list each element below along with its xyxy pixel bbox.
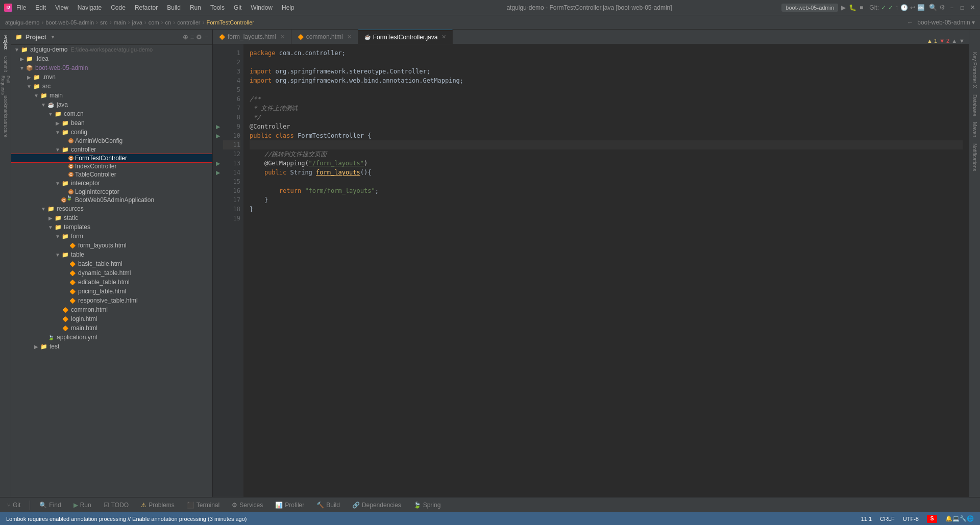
sidebar-icon-bookmarks[interactable]: Bookmarks bbox=[1, 96, 11, 117]
tree-item-editable-table[interactable]: 🔶 editable_table.html bbox=[11, 278, 212, 287]
rp-key-promoter[interactable]: Key Promoter X bbox=[971, 50, 978, 90]
run-gutter-icon-9[interactable]: ▶ bbox=[216, 123, 220, 130]
editor-content[interactable]: ▶ ▶ ▶ ▶ 12345 bbox=[213, 44, 969, 497]
menu-help[interactable]: Help bbox=[278, 3, 299, 12]
tree-item-main[interactable]: ▼ 📁 main bbox=[11, 91, 212, 100]
minimize-btn[interactable]: − bbox=[948, 4, 955, 11]
tree-item-bean[interactable]: ▶ 📁 bean bbox=[11, 118, 212, 128]
breadcrumb-back-btn[interactable]: ← bbox=[907, 19, 913, 26]
encoding[interactable]: UTF-8 bbox=[903, 516, 919, 522]
tree-item-resources[interactable]: ▼ 📁 resources bbox=[11, 204, 212, 213]
scroll-down-btn[interactable]: ▼ bbox=[959, 38, 965, 44]
tree-item-static[interactable]: ▶ 📁 static bbox=[11, 213, 212, 222]
tab-close-ftc[interactable]: ✕ bbox=[442, 34, 446, 40]
sidebar-icon-project[interactable]: Project bbox=[1, 32, 11, 53]
breadcrumb-item-project[interactable]: atguigu-demo bbox=[5, 19, 39, 26]
tree-item-idea[interactable]: ▶ 📁 .idea bbox=[11, 54, 212, 63]
sidebar-icon-pullreq[interactable]: Pull Requests bbox=[1, 75, 11, 95]
tree-item-config[interactable]: ▼ 📁 config bbox=[11, 128, 212, 137]
tree-item-module[interactable]: ▼ 📦 boot-web-05-admin bbox=[11, 63, 212, 72]
line-separator[interactable]: CRLF bbox=[880, 516, 895, 522]
menu-file[interactable]: File bbox=[12, 3, 30, 12]
project-collapse-btn[interactable]: ≡ bbox=[190, 33, 194, 41]
project-minimize-btn[interactable]: − bbox=[204, 33, 208, 41]
breadcrumb-item-com[interactable]: com bbox=[149, 19, 159, 26]
code-area[interactable]: package com.cn.controller; import org.sp… bbox=[243, 44, 969, 497]
tree-item-templates[interactable]: ▼ 📁 templates bbox=[11, 222, 212, 232]
menu-tools[interactable]: Tools bbox=[206, 3, 229, 12]
run-gutter-icon-13[interactable]: ▶ bbox=[216, 160, 220, 167]
project-dropdown-icon[interactable]: ▾ bbox=[52, 34, 54, 40]
bt-services[interactable]: ⚙ Services bbox=[229, 501, 266, 510]
menu-window[interactable]: Window bbox=[247, 3, 277, 12]
menu-run[interactable]: Run bbox=[186, 3, 205, 12]
menu-git[interactable]: Git bbox=[230, 3, 246, 12]
tab-close-common[interactable]: ✕ bbox=[347, 34, 352, 40]
breadcrumb-item-java[interactable]: java bbox=[132, 19, 142, 26]
tree-item-logininterceptor[interactable]: C LoginInterceptor bbox=[11, 188, 212, 196]
breadcrumb-item-cn[interactable]: cn bbox=[165, 19, 172, 26]
tree-item-mvn[interactable]: ▶ 📁 .mvn bbox=[11, 72, 212, 82]
tree-item-basic-table[interactable]: 🔶 basic_table.html bbox=[11, 259, 212, 268]
rp-notifications[interactable]: Notifications bbox=[971, 141, 978, 173]
bt-todo[interactable]: ☑ TODO bbox=[101, 501, 132, 510]
sidebar-icon-commit[interactable]: Commit bbox=[1, 54, 11, 74]
scroll-up-btn[interactable]: ▲ bbox=[951, 38, 957, 44]
project-settings-btn[interactable]: ⚙ bbox=[196, 33, 202, 41]
close-btn[interactable]: ✕ bbox=[969, 4, 976, 11]
run-button[interactable]: ▶ bbox=[841, 4, 846, 11]
settings-btn[interactable]: ⚙ bbox=[939, 4, 945, 11]
bt-dependencies[interactable]: 🔗 Dependencies bbox=[349, 501, 404, 510]
bt-git[interactable]: ⑂ Git bbox=[4, 501, 23, 510]
tree-item-comcn[interactable]: ▼ 📁 com.cn bbox=[11, 109, 212, 118]
menu-build[interactable]: Build bbox=[163, 3, 185, 12]
tree-item-interceptor[interactable]: ▼ 📁 interceptor bbox=[11, 179, 212, 188]
tree-item-adminwebconfig[interactable]: C AdminWebConfig bbox=[11, 137, 212, 145]
project-scroll-btn[interactable]: ⊕ bbox=[183, 33, 188, 41]
cursor-position[interactable]: 11:1 bbox=[861, 516, 872, 522]
tab-common[interactable]: 🔶 common.html ✕ bbox=[291, 30, 358, 44]
tree-item-formtestcontroller[interactable]: C FormTestController bbox=[11, 154, 212, 162]
search-everywhere-btn[interactable]: 🔍 bbox=[929, 4, 937, 11]
bt-terminal[interactable]: ⬛ Terminal bbox=[184, 501, 223, 510]
tab-formtestcontroller[interactable]: ☕ FormTestController.java ✕ bbox=[358, 30, 453, 44]
tree-item-common-html[interactable]: 🔶 common.html bbox=[11, 305, 212, 314]
tab-close-form-layouts[interactable]: ✕ bbox=[280, 34, 285, 40]
bt-spring[interactable]: 🍃 Spring bbox=[410, 501, 444, 510]
breadcrumb-item-module[interactable]: boot-web-05-admin bbox=[45, 19, 94, 26]
tree-item-main-html[interactable]: 🔶 main.html bbox=[11, 323, 212, 333]
tab-form-layouts[interactable]: 🔶 form_layouts.html ✕ bbox=[213, 30, 291, 44]
breadcrumb-item-controller[interactable]: controller bbox=[177, 19, 200, 26]
tree-root[interactable]: ▼ 📁 atguigu-demo E:\idea-workspace\atgui… bbox=[11, 45, 212, 54]
tree-item-table[interactable]: ▼ 📁 table bbox=[11, 250, 212, 259]
tree-item-login-html[interactable]: 🔶 login.html bbox=[11, 314, 212, 323]
menu-view[interactable]: View bbox=[51, 3, 72, 12]
status-message[interactable]: Lombok requires enabled annotation proce… bbox=[6, 516, 247, 522]
tree-item-src[interactable]: ▼ 📁 src bbox=[11, 82, 212, 91]
bt-problems[interactable]: ⚠ Problems bbox=[138, 501, 178, 510]
menu-edit[interactable]: Edit bbox=[31, 3, 50, 12]
breadcrumb-item-src[interactable]: src bbox=[100, 19, 108, 26]
menu-refactor[interactable]: Refactor bbox=[131, 3, 162, 12]
bt-profiler[interactable]: 📊 Profiler bbox=[272, 501, 307, 510]
tree-item-bootapp[interactable]: C🍃 BootWeb05AdminApplication bbox=[11, 196, 212, 204]
tree-item-java[interactable]: ▼ ☕ java bbox=[11, 100, 212, 109]
run-config-selector[interactable]: boot-web-05-admin bbox=[781, 4, 838, 12]
tree-item-test[interactable]: ▶ 📁 test bbox=[11, 342, 212, 351]
menu-code[interactable]: Code bbox=[107, 3, 130, 12]
debug-button[interactable]: 🐛 bbox=[849, 4, 856, 11]
tree-item-form-layouts[interactable]: 🔶 form_layouts.html bbox=[11, 241, 212, 250]
menu-navigate[interactable]: Navigate bbox=[74, 3, 106, 12]
warning-count[interactable]: ▲ 1 bbox=[927, 38, 937, 44]
breadcrumb-item-class[interactable]: FormTestController bbox=[206, 19, 254, 26]
tree-item-indexcontroller[interactable]: C IndexController bbox=[11, 162, 212, 170]
rp-database[interactable]: Database bbox=[971, 92, 978, 118]
run-gutter-icon-14[interactable]: ▶ bbox=[216, 169, 220, 176]
tree-item-form[interactable]: ▼ 📁 form bbox=[11, 232, 212, 241]
tree-item-responsive-table[interactable]: 🔶 responsive_table.html bbox=[11, 296, 212, 305]
breadcrumb-item-main[interactable]: main bbox=[114, 19, 126, 26]
tree-item-dynamic-table[interactable]: 🔶 dynamic_table.html bbox=[11, 268, 212, 278]
tree-item-controller[interactable]: ▼ 📁 controller bbox=[11, 145, 212, 154]
error-count[interactable]: ▼ 2 bbox=[939, 38, 949, 44]
run-gutter-icon-10[interactable]: ▶ bbox=[216, 133, 220, 139]
